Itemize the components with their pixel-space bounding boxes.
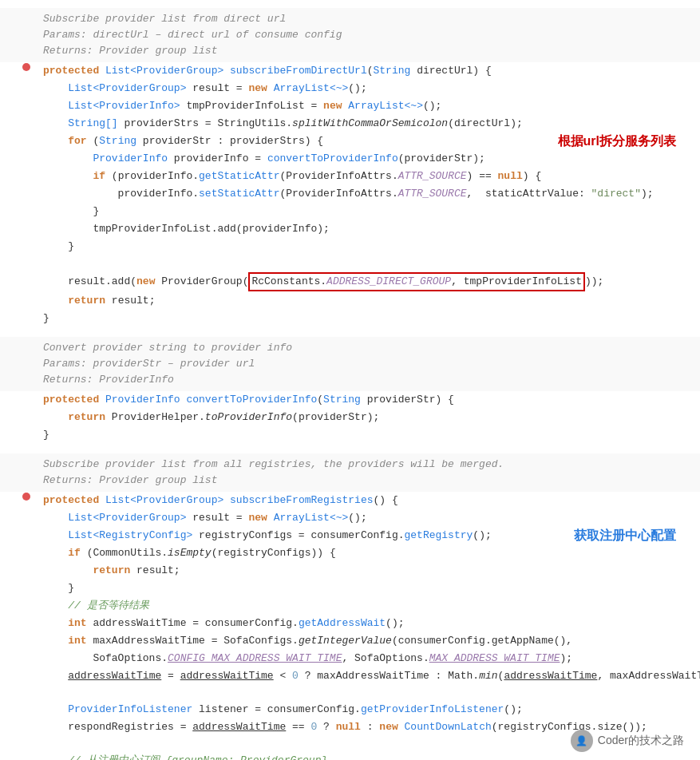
comment-line-4: Convert provider string to provider info (43, 340, 700, 356)
annotation-split-url: 根据url拆分服务列表 (558, 133, 676, 150)
line-content: int addressWaitTime = consumerConfig.get… (40, 616, 700, 631)
comment-line-6: Returns: ProviderInfo (43, 372, 700, 388)
comment-block-1: Subscribe provider list from direct url … (0, 8, 700, 62)
code-line: List<ProviderGroup> result = new ArrayLi… (0, 80, 700, 97)
watermark-text: Coder的技术之路 (598, 734, 684, 748)
line-content: // 从注册中心订阅 {groupName: ProviderGroup} (40, 753, 700, 760)
code-line: return result; (0, 562, 700, 580)
line-content: ProviderInfo providerInfo = convertToPro… (40, 151, 700, 167)
line-content: result.add(new ProviderGroup(RcConstants… (40, 272, 700, 291)
line-content: return result; (40, 563, 700, 579)
line-content: ProviderInfoListener listener = consumer… (40, 702, 700, 718)
code-line: if (CommonUtils.isEmpty(registryConfigs)… (0, 544, 700, 562)
line-content: tmpProviderInfoList.add(providerInfo); (40, 221, 700, 237)
line-content: if (CommonUtils.isEmpty(registryConfigs)… (40, 545, 700, 561)
code-line: List<RegistryConfig> registryConfigs = c… (0, 527, 700, 544)
code-line: return ProviderHelper.toProviderInfo(pro… (0, 409, 700, 426)
line-content: } (40, 204, 700, 220)
comment-line-8: Returns: Provider group list (43, 473, 700, 489)
code-line: ProviderInfoListener listener = consumer… (0, 701, 700, 718)
line-content: protected List<ProviderGroup> subscribeF… (40, 493, 700, 509)
code-line: String[] providerStrs = StringUtils.spli… (0, 115, 700, 133)
line-content: protected List<ProviderGroup> subscribeF… (40, 63, 700, 79)
comment-line-1: Subscribe provider list from direct url (43, 11, 700, 27)
line-content: providerInfo.setStaticAttr(ProviderInfoA… (40, 186, 700, 202)
line-content: } (40, 311, 700, 327)
line-content: protected ProviderInfo convertToProvider… (40, 392, 700, 408)
watermark: 👤 Coder的技术之路 (571, 730, 684, 752)
line-content: String[] providerStrs = StringUtils.spli… (40, 116, 700, 132)
code-line: addressWaitTime = addressWaitTime < 0 ? … (0, 667, 700, 685)
code-line: if (providerInfo.getStaticAttr(ProviderI… (0, 168, 700, 185)
line-gutter (0, 63, 40, 71)
comment-line-5: Params: providerStr – provider url (43, 356, 700, 372)
code-line: tmpProviderInfoList.add(providerInfo); (0, 220, 700, 238)
code-line (0, 255, 700, 271)
code-line-redbox: result.add(new ProviderGroup(RcConstants… (0, 271, 700, 292)
code-line: providerInfo.setStaticAttr(ProviderInfoA… (0, 185, 700, 203)
comment-line-2: Params: directUrl – direct url of consum… (43, 27, 700, 43)
comment-line-3: Returns: Provider group list (43, 43, 700, 59)
line-content: SofaOptions.CONFIG_MAX_ADDRESS_WAIT_TIME… (40, 651, 700, 667)
line-content: return ProviderHelper.toProviderInfo(pro… (40, 410, 700, 426)
watermark-icon: 👤 (571, 730, 593, 752)
code-line: // 从注册中心订阅 {groupName: ProviderGroup} (0, 752, 700, 760)
code-line: } (0, 580, 700, 597)
code-line: return result; (0, 292, 700, 310)
code-viewer: Subscribe provider list from direct url … (0, 0, 700, 760)
line-content: List<ProviderGroup> result = new ArrayLi… (40, 81, 700, 97)
code-line (0, 685, 700, 701)
line-content: if (providerInfo.getStaticAttr(ProviderI… (40, 168, 700, 184)
code-line: protected List<ProviderGroup> subscribeF… (0, 62, 700, 80)
code-line: List<ProviderGroup> result = new ArrayLi… (0, 509, 700, 527)
line-content: } (40, 239, 700, 255)
line-content: } (40, 427, 700, 443)
code-line: } (0, 203, 700, 220)
comment-block-2: Convert provider string to provider info… (0, 337, 700, 391)
line-content: // 是否等待结果 (40, 598, 700, 614)
line-content: addressWaitTime = addressWaitTime < 0 ? … (40, 668, 700, 684)
code-line: for (String providerStr : providerStrs) … (0, 133, 700, 150)
code-line: List<ProviderInfo> tmpProviderInfoList =… (0, 97, 700, 115)
line-content: List<ProviderInfo> tmpProviderInfoList =… (40, 98, 700, 114)
code-line: } (0, 238, 700, 255)
code-line: // 是否等待结果 (0, 597, 700, 615)
code-line: protected List<ProviderGroup> subscribeF… (0, 492, 700, 509)
code-line: ProviderInfo providerInfo = convertToPro… (0, 150, 700, 168)
line-content: return result; (40, 293, 700, 309)
annotation-get-registry: 获取注册中心配置 (574, 528, 676, 544)
code-line: SofaOptions.CONFIG_MAX_ADDRESS_WAIT_TIME… (0, 650, 700, 667)
line-content: int maxAddressWaitTime = SofaConfigs.get… (40, 633, 700, 649)
code-line: protected ProviderInfo convertToProvider… (0, 391, 700, 409)
line-content: } (40, 580, 700, 596)
code-line: int addressWaitTime = consumerConfig.get… (0, 615, 700, 632)
line-content: List<ProviderGroup> result = new ArrayLi… (40, 510, 700, 526)
comment-block-3: Subscribe provider list from all registr… (0, 453, 700, 492)
code-line: } (0, 310, 700, 327)
line-gutter (0, 493, 40, 501)
code-line: int maxAddressWaitTime = SofaConfigs.get… (0, 632, 700, 650)
code-line: } (0, 426, 700, 444)
comment-line-7: Subscribe provider list from all registr… (43, 457, 700, 473)
